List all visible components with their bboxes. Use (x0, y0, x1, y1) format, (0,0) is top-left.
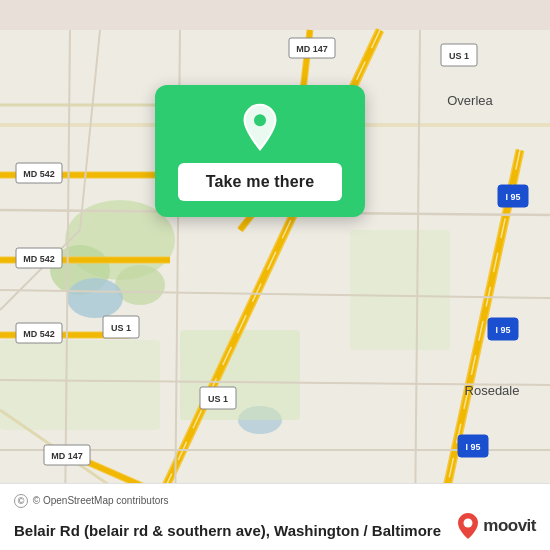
osm-attribution: © © OpenStreetMap contributors (14, 494, 536, 508)
svg-text:I 95: I 95 (495, 325, 510, 335)
moovit-pin-icon (457, 512, 479, 540)
svg-text:MD 147: MD 147 (296, 44, 328, 54)
svg-point-4 (67, 278, 123, 318)
moovit-logo: moovit (457, 512, 536, 540)
svg-rect-7 (350, 230, 450, 350)
svg-text:MD 542: MD 542 (23, 254, 55, 264)
svg-text:I 95: I 95 (505, 192, 520, 202)
svg-text:US 1: US 1 (208, 394, 228, 404)
copyright-icon: © (14, 494, 28, 508)
popup-card: Take me there (155, 85, 365, 217)
location-pin-icon (236, 103, 284, 151)
svg-point-34 (464, 519, 473, 528)
svg-rect-6 (180, 330, 300, 420)
svg-text:I 95: I 95 (465, 442, 480, 452)
take-me-there-button[interactable]: Take me there (178, 163, 343, 201)
svg-rect-8 (0, 340, 160, 430)
location-title: Belair Rd (belair rd & southern ave), Wa… (14, 521, 441, 541)
moovit-label: moovit (483, 516, 536, 536)
svg-text:MD 542: MD 542 (23, 329, 55, 339)
svg-text:MD 147: MD 147 (51, 451, 83, 461)
svg-text:US 1: US 1 (449, 51, 469, 61)
bottom-bar: © © OpenStreetMap contributors Belair Rd… (0, 483, 550, 550)
svg-text:US 1: US 1 (111, 323, 131, 333)
svg-text:Rosedale: Rosedale (465, 383, 520, 398)
svg-point-33 (254, 114, 266, 126)
svg-text:MD 542: MD 542 (23, 169, 55, 179)
map-container: US 1 US 1 US 1 MD 542 MD 542 MD 542 MD 1… (0, 0, 550, 550)
svg-text:Overlea: Overlea (447, 93, 493, 108)
